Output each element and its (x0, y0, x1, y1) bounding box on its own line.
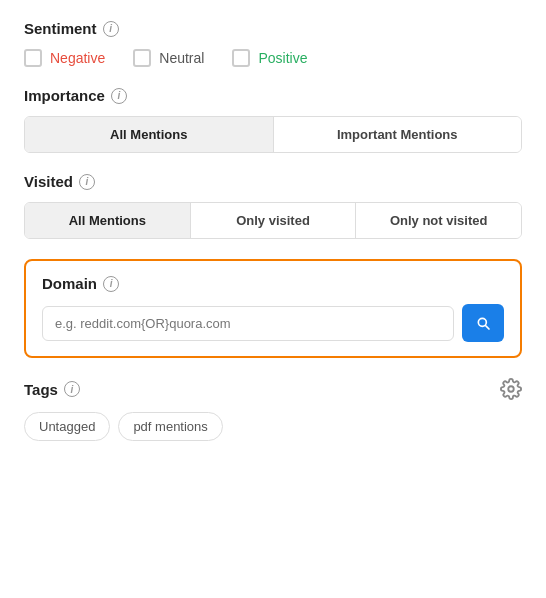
importance-info-icon[interactable]: i (111, 88, 127, 104)
visited-header: Visited i (24, 173, 522, 190)
tags-list: Untagged pdf mentions (24, 412, 522, 441)
search-icon (475, 315, 491, 331)
visited-toggle-group: All Mentions Only visited Only not visit… (24, 202, 522, 239)
visited-title: Visited (24, 173, 73, 190)
importance-all-mentions-button[interactable]: All Mentions (25, 117, 274, 152)
sentiment-title: Sentiment (24, 20, 97, 37)
sentiment-info-icon[interactable]: i (103, 21, 119, 37)
sentiment-negative-label: Negative (50, 50, 105, 66)
tags-info-icon[interactable]: i (64, 381, 80, 397)
importance-important-mentions-button[interactable]: Important Mentions (274, 117, 522, 152)
domain-info-icon[interactable]: i (103, 276, 119, 292)
domain-section: Domain i (24, 259, 522, 358)
importance-section: Importance i All Mentions Important Ment… (24, 87, 522, 153)
sentiment-header: Sentiment i (24, 20, 522, 37)
visited-section: Visited i All Mentions Only visited Only… (24, 173, 522, 239)
visited-info-icon[interactable]: i (79, 174, 95, 190)
visited-only-not-visited-button[interactable]: Only not visited (356, 203, 521, 238)
tag-untagged[interactable]: Untagged (24, 412, 110, 441)
sentiment-positive-label: Positive (258, 50, 307, 66)
tags-header-left: Tags i (24, 381, 80, 398)
domain-input[interactable] (42, 306, 454, 341)
importance-header: Importance i (24, 87, 522, 104)
tags-title: Tags (24, 381, 58, 398)
sentiment-positive-checkbox[interactable] (232, 49, 250, 67)
visited-only-visited-button[interactable]: Only visited (191, 203, 357, 238)
importance-toggle-group: All Mentions Important Mentions (24, 116, 522, 153)
domain-input-row (42, 304, 504, 342)
sentiment-positive-option[interactable]: Positive (232, 49, 307, 67)
sentiment-negative-checkbox[interactable] (24, 49, 42, 67)
importance-title: Importance (24, 87, 105, 104)
sentiment-options: Negative Neutral Positive (24, 49, 522, 67)
sentiment-neutral-label: Neutral (159, 50, 204, 66)
tags-section: Tags i Untagged pdf mentions (24, 378, 522, 441)
visited-all-mentions-button[interactable]: All Mentions (25, 203, 191, 238)
sentiment-neutral-option[interactable]: Neutral (133, 49, 204, 67)
domain-search-button[interactable] (462, 304, 504, 342)
domain-title: Domain (42, 275, 97, 292)
sentiment-neutral-checkbox[interactable] (133, 49, 151, 67)
sentiment-negative-option[interactable]: Negative (24, 49, 105, 67)
tag-pdf-mentions[interactable]: pdf mentions (118, 412, 222, 441)
tags-header: Tags i (24, 378, 522, 400)
domain-header: Domain i (42, 275, 504, 292)
tags-gear-icon[interactable] (500, 378, 522, 400)
sentiment-section: Sentiment i Negative Neutral Positive (24, 20, 522, 67)
